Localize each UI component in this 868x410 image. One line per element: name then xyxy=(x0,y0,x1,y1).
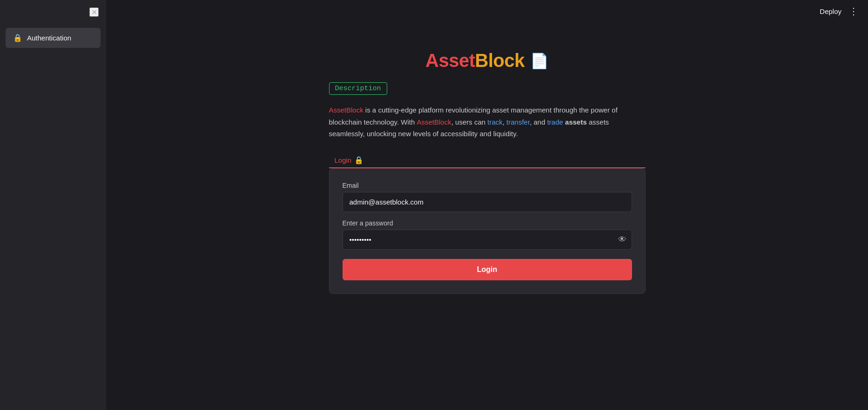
description-paragraph: AssetBlock is a cutting-edge platform re… xyxy=(329,104,646,140)
trade-link[interactable]: trade xyxy=(547,118,563,126)
email-group: Email xyxy=(343,182,632,212)
sidebar: ✕ 🔒 Authentication xyxy=(0,0,106,410)
page-content: AssetBlock 📄 Description AssetBlock is a… xyxy=(106,22,868,410)
password-toggle-button[interactable]: 👁 xyxy=(618,235,626,245)
password-wrapper: 👁 xyxy=(343,230,632,250)
deploy-button[interactable]: Deploy xyxy=(820,7,841,15)
more-options-button[interactable]: ⋮ xyxy=(849,6,859,17)
document-icon: 📄 xyxy=(530,52,549,70)
desc-text-2: , users can xyxy=(451,118,488,126)
app-title: AssetBlock xyxy=(425,50,525,71)
main-content: Deploy ⋮ AssetBlock 📄 Description AssetB… xyxy=(106,0,868,410)
login-tab[interactable]: Login 🔒 xyxy=(329,153,370,167)
description-badge: Description xyxy=(329,82,387,95)
login-lock-icon: 🔒 xyxy=(354,156,363,165)
topbar: Deploy ⋮ xyxy=(106,0,868,22)
app-title-row: AssetBlock 📄 xyxy=(425,50,549,71)
login-section: Login 🔒 Email Enter a password xyxy=(329,153,646,294)
assetblock-link-2[interactable]: AssetBlock xyxy=(417,118,451,126)
password-input[interactable] xyxy=(343,230,632,250)
password-label: Enter a password xyxy=(343,219,632,227)
transfer-link[interactable]: transfer xyxy=(506,118,530,126)
eye-icon: 👁 xyxy=(618,235,626,245)
login-button[interactable]: Login xyxy=(343,259,632,280)
assets-text: assets xyxy=(565,118,587,126)
track-link[interactable]: track xyxy=(487,118,503,126)
email-input[interactable] xyxy=(343,192,632,212)
lock-icon: 🔒 xyxy=(13,33,22,42)
login-tab-row: Login 🔒 xyxy=(329,153,646,168)
title-block: Block xyxy=(475,50,525,71)
title-asset: Asset xyxy=(425,50,475,71)
login-tab-label: Login xyxy=(335,156,352,164)
assetblock-link-1[interactable]: AssetBlock xyxy=(329,106,363,114)
sidebar-item-label: Authentication xyxy=(27,34,71,42)
email-label: Email xyxy=(343,182,632,189)
password-group: Enter a password 👁 xyxy=(343,219,632,250)
close-button[interactable]: ✕ xyxy=(89,7,99,17)
login-form-card: Email Enter a password 👁 xyxy=(329,168,646,294)
description-section: Description AssetBlock is a cutting-edge… xyxy=(329,82,646,294)
sidebar-item-authentication[interactable]: 🔒 Authentication xyxy=(6,28,101,48)
desc-and: and xyxy=(532,118,547,126)
